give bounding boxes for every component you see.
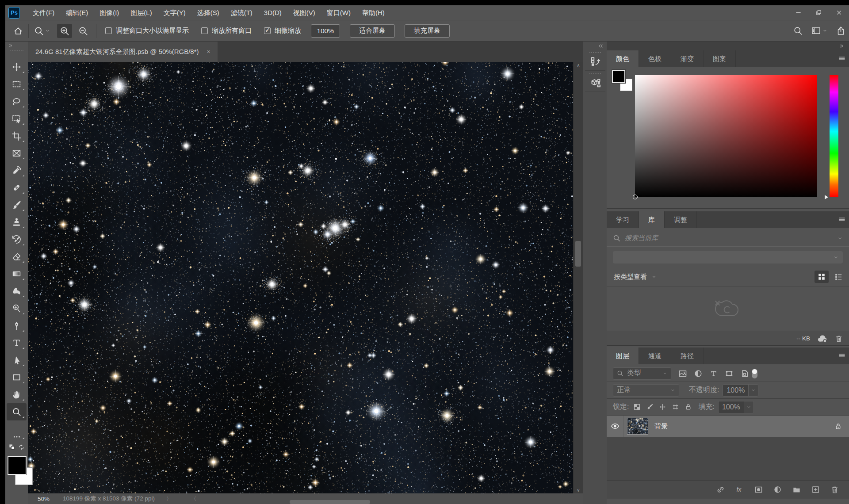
adjustment-layers-filter-icon[interactable] <box>694 369 703 378</box>
layer-lock-icon[interactable] <box>834 423 842 430</box>
history-brush-tool[interactable] <box>7 231 27 248</box>
library-search-field[interactable]: 搜索当前库 <box>607 230 849 247</box>
checkbox-zoom-all[interactable]: 缩放所有窗口 <box>201 27 252 35</box>
properties-panel-button[interactable] <box>585 72 605 92</box>
layers-tab-通道[interactable]: 通道 <box>639 347 671 364</box>
chevron-down-icon[interactable] <box>651 274 657 279</box>
fill-screen-button[interactable]: 填充屏幕 <box>405 24 450 38</box>
layer-filter-toggle[interactable] <box>752 369 757 378</box>
zoom-tool[interactable] <box>7 403 27 420</box>
edit-toolbar-icon[interactable] <box>5 432 28 442</box>
color-field-marker[interactable] <box>633 195 638 199</box>
crop-tool[interactable] <box>7 127 27 145</box>
delete-icon[interactable] <box>835 335 843 343</box>
layer-name[interactable]: 背景 <box>654 422 834 431</box>
fit-screen-button[interactable]: 适合屏幕 <box>350 24 395 38</box>
share-icon[interactable] <box>836 26 845 35</box>
layers-tab-图层[interactable]: 图层 <box>607 347 639 364</box>
clone-stamp-tool[interactable] <box>7 214 27 231</box>
zoom-out-button[interactable] <box>76 24 91 38</box>
smudge-tool[interactable] <box>7 283 27 300</box>
expand-tools-icon[interactable] <box>5 42 28 50</box>
zoom-tool-preset-icon[interactable] <box>34 26 50 36</box>
list-view-button[interactable] <box>831 271 845 283</box>
color-tab-渐变[interactable]: 渐变 <box>671 50 704 67</box>
scroll-down-icon[interactable]: ∨ <box>574 488 583 493</box>
color-tab-色板[interactable]: 色板 <box>639 50 671 67</box>
eyedropper-tool[interactable] <box>7 162 27 179</box>
library-tab-学习[interactable]: 学习 <box>607 211 639 228</box>
collapse-panels-icon[interactable] <box>583 42 607 50</box>
workspace-switcher[interactable] <box>811 26 827 35</box>
smart-objects-filter-icon[interactable] <box>740 369 749 378</box>
checkbox-box[interactable] <box>264 27 271 34</box>
menu-threed[interactable]: 3D(D) <box>258 5 287 20</box>
menu-window[interactable]: 窗口(W) <box>321 5 356 20</box>
pen-tool[interactable] <box>7 317 27 334</box>
pixel-layers-filter-icon[interactable] <box>678 369 687 378</box>
status-zoom[interactable]: 50% <box>38 496 50 502</box>
menu-type[interactable]: 文字(Y) <box>158 5 191 20</box>
saturation-brightness-field[interactable] <box>635 75 817 197</box>
fill-field[interactable]: 100% <box>718 401 754 413</box>
horizontal-scroll-thumb[interactable] <box>290 500 370 504</box>
type-tool[interactable] <box>7 334 27 351</box>
document-canvas[interactable] <box>28 62 573 493</box>
checkbox-box[interactable] <box>105 27 112 34</box>
lock-artboard-icon[interactable] <box>672 403 679 411</box>
gradient-tool[interactable] <box>7 265 27 283</box>
link-layers-icon[interactable] <box>716 485 725 494</box>
menu-layer[interactable]: 图层(L) <box>125 5 157 20</box>
grid-view-button[interactable] <box>815 271 829 283</box>
menu-help[interactable]: 帮助(H) <box>356 5 390 20</box>
menu-view[interactable]: 视图(V) <box>287 5 321 20</box>
layer-effects-icon[interactable]: fx <box>735 485 744 494</box>
opacity-field[interactable]: 100% <box>723 384 758 397</box>
panel-menu-icon[interactable] <box>838 352 845 359</box>
checkbox-resize-windows[interactable]: 调整窗口大小以满屏显示 <box>105 27 189 35</box>
color-tab-颜色[interactable]: 颜色 <box>607 50 639 67</box>
lock-position-icon[interactable] <box>659 403 666 411</box>
lasso-tool[interactable] <box>7 93 27 110</box>
close-tab-icon[interactable]: × <box>207 48 210 55</box>
photoshop-logo-icon[interactable]: Ps <box>8 7 20 19</box>
layer-filter-type-dropdown[interactable]: 类型 <box>613 367 671 380</box>
rectangular-marquee-tool[interactable] <box>7 76 27 93</box>
new-group-icon[interactable] <box>792 485 801 494</box>
color-tab-图案[interactable]: 图案 <box>704 50 736 67</box>
new-layer-icon[interactable] <box>811 485 820 494</box>
path-selection-tool[interactable] <box>7 351 27 369</box>
library-tab-调整[interactable]: 调整 <box>665 211 697 228</box>
menu-file[interactable]: 文件(F) <box>27 5 60 20</box>
cloud-sync-error-icon[interactable] <box>817 333 828 344</box>
layer-visibility-eye-icon[interactable] <box>607 416 623 437</box>
library-dropdown[interactable] <box>613 251 843 263</box>
status-chevron-icon[interactable]: 〉 <box>166 495 172 503</box>
move-tool[interactable] <box>7 58 27 76</box>
brush-tool[interactable] <box>7 196 27 214</box>
menu-edit[interactable]: 编辑(E) <box>60 5 94 20</box>
panel-menu-icon[interactable] <box>838 55 845 62</box>
history-panel-button[interactable] <box>585 50 605 71</box>
menu-select[interactable]: 选择(S) <box>191 5 225 20</box>
tools-grip[interactable] <box>10 50 23 56</box>
layers-tab-路径[interactable]: 路径 <box>671 347 704 364</box>
checkbox-box[interactable] <box>201 27 208 34</box>
dodge-tool[interactable] <box>7 300 27 317</box>
home-icon[interactable] <box>13 26 23 36</box>
layer-thumbnail[interactable] <box>627 418 648 435</box>
menu-filter[interactable]: 滤镜(T) <box>225 5 258 20</box>
library-tab-库[interactable]: 库 <box>639 211 665 228</box>
close-window-icon[interactable] <box>829 5 849 20</box>
lock-pixels-icon[interactable] <box>646 403 654 411</box>
lock-transparency-icon[interactable] <box>633 403 641 411</box>
object-selection-tool[interactable] <box>7 110 27 127</box>
hue-slider-marker[interactable] <box>825 195 828 199</box>
swap-colors-icon[interactable] <box>18 444 25 451</box>
spot-healing-brush-tool[interactable] <box>7 179 27 196</box>
checkbox-scrubby-zoom[interactable]: 细微缩放 <box>264 27 301 35</box>
vertical-scrollbar[interactable]: ∧ ∨ <box>573 62 583 493</box>
vertical-scroll-thumb[interactable] <box>575 241 581 267</box>
layer-row-background[interactable]: 背景 <box>607 416 849 437</box>
delete-layer-icon[interactable] <box>830 485 839 494</box>
